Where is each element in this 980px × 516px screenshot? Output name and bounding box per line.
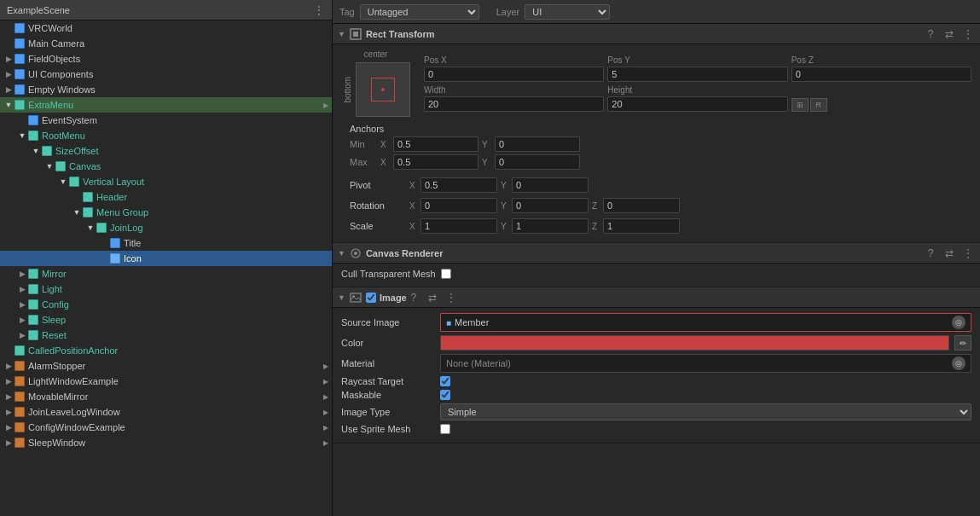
image-content: Source Image ■ Member ◎ Color ✏ Material xyxy=(333,308,980,443)
tree-item-title[interactable]: Title xyxy=(0,235,332,251)
tree-item-header[interactable]: Header xyxy=(0,189,332,205)
tree-item-event-system[interactable]: EventSystem xyxy=(0,113,332,128)
hierarchy-menu-icon[interactable]: ⋮ xyxy=(313,3,325,17)
tree-item-vertical-layout[interactable]: ▼ Vertical Layout xyxy=(0,174,332,189)
tree-item-menu-group[interactable]: ▼ Menu Group xyxy=(0,205,332,220)
tree-item-field-objects[interactable]: ▶ FieldObjects xyxy=(0,51,332,67)
pos-x-input[interactable] xyxy=(424,67,604,82)
tree-item-mirror[interactable]: ▶ Mirror xyxy=(0,266,332,281)
image-help-btn[interactable]: ? xyxy=(407,292,420,304)
anchors-min-x-input[interactable] xyxy=(393,136,478,152)
scale-x-input[interactable] xyxy=(420,218,497,234)
extra-menu-expand[interactable]: ▶ xyxy=(322,101,330,109)
tag-select[interactable]: Untagged xyxy=(360,4,479,20)
anchors-max-x-input[interactable] xyxy=(393,154,478,170)
cull-transparent-label: Cull Transparent Mesh xyxy=(341,269,436,279)
arrow-alarm-stopper: ▶ xyxy=(3,361,14,371)
anchors-section: Anchors Min X Y xyxy=(341,120,971,176)
movable-mirror-expand[interactable]: ▶ xyxy=(322,392,330,401)
anchors-min-y-input[interactable] xyxy=(495,136,580,152)
maskable-row: Maskable xyxy=(341,390,971,400)
tree-item-ui-components[interactable]: ▶ UI Components xyxy=(0,67,332,82)
tree-label-root-menu: RootMenu xyxy=(42,130,85,141)
canvas-renderer-section: ▼ Canvas Renderer ? ⇄ ⋮ Cull Transparent… xyxy=(333,243,980,287)
pivot-y-input[interactable] xyxy=(512,177,589,193)
color-pick-btn[interactable]: ✏ xyxy=(954,335,971,351)
tree-item-sleep-window[interactable]: ▶ SleepWindow ▶ xyxy=(0,435,332,450)
light-window-expand[interactable]: ▶ xyxy=(322,377,330,386)
rect-transform-header[interactable]: ▼ Rect Transform ? ⇄ ⋮ xyxy=(333,24,980,44)
image-type-select[interactable]: Simple Sliced Tiled Filled xyxy=(440,403,971,420)
tree-item-reset[interactable]: ▶ Reset xyxy=(0,328,332,343)
tree-item-root-menu[interactable]: ▼ RootMenu xyxy=(0,128,332,143)
image-fold-icon: ▼ xyxy=(338,293,345,302)
anchors-max-y-input[interactable] xyxy=(495,154,580,170)
rect-transform-settings-btn[interactable]: ⇄ xyxy=(942,28,956,40)
layer-select[interactable]: UI xyxy=(525,4,610,20)
canvas-renderer-header[interactable]: ▼ Canvas Renderer ? ⇄ ⋮ xyxy=(333,243,980,264)
image-enabled-checkbox[interactable] xyxy=(366,293,376,303)
tree-label-header: Header xyxy=(96,192,127,202)
color-field[interactable] xyxy=(440,335,949,351)
canvas-renderer-settings-btn[interactable]: ⇄ xyxy=(942,247,956,259)
rotation-y-axis: Y xyxy=(501,201,509,211)
height-input[interactable] xyxy=(607,96,787,112)
alarm-stopper-expand[interactable]: ▶ xyxy=(322,362,330,370)
cull-transparent-checkbox[interactable] xyxy=(441,269,451,279)
tree-item-vrcworld[interactable]: VRCWorld xyxy=(0,20,332,36)
rect-transform-help-btn[interactable]: ? xyxy=(924,28,937,40)
rotation-x-group: X xyxy=(409,198,497,213)
raycast-target-row: Raycast Target xyxy=(341,376,971,386)
tree-item-canvas[interactable]: ▼ Canvas xyxy=(0,159,332,174)
tree-item-join-log[interactable]: ▼ JoinLog xyxy=(0,220,332,235)
image-section-header[interactable]: ▼ Image ? ⇄ ⋮ xyxy=(333,287,980,308)
source-image-select-btn[interactable]: ◎ xyxy=(952,316,966,329)
arrow-sleep: ▶ xyxy=(17,315,27,325)
image-settings-btn[interactable]: ⇄ xyxy=(426,292,439,304)
config-window-expand[interactable]: ▶ xyxy=(322,423,330,432)
tree-item-config-window-example[interactable]: ▶ ConfigWindowExample ▶ xyxy=(0,420,332,435)
raycast-target-checkbox[interactable] xyxy=(440,376,450,386)
rect-transform-menu-btn[interactable]: ⋮ xyxy=(961,28,975,40)
anchor-visual-box[interactable] xyxy=(356,62,410,117)
tree-label-sleep: Sleep xyxy=(42,315,66,325)
rotation-x-input[interactable] xyxy=(420,198,497,213)
tree-item-light-window-example[interactable]: ▶ LightWindowExample ▶ xyxy=(0,374,332,389)
scale-y-input[interactable] xyxy=(512,218,589,234)
tree-item-join-leave-log-window[interactable]: ▶ JoinLeaveLogWindow ▶ xyxy=(0,404,332,420)
tree-item-icon[interactable]: Icon xyxy=(0,251,332,266)
resize-btn-2[interactable]: R xyxy=(810,98,827,112)
anchors-max-xy: X Y xyxy=(380,154,963,170)
tree-label-movable-mirror: MovableMirror xyxy=(28,391,88,402)
scale-z-input[interactable] xyxy=(603,218,680,234)
pos-z-input[interactable] xyxy=(792,67,971,82)
tree-item-alarm-stopper[interactable]: ▶ AlarmStopper ▶ xyxy=(0,358,332,374)
join-leave-expand[interactable]: ▶ xyxy=(322,408,330,416)
rotation-z-input[interactable] xyxy=(603,198,680,213)
maskable-checkbox[interactable] xyxy=(440,390,450,400)
tree-item-extra-menu[interactable]: ▼ ExtraMenu ▶ xyxy=(0,97,332,113)
tree-item-main-camera[interactable]: Main Camera xyxy=(0,36,332,51)
pivot-x-input[interactable] xyxy=(420,177,497,193)
canvas-renderer-menu-btn[interactable]: ⋮ xyxy=(961,247,975,259)
arrow-config: ▶ xyxy=(17,299,27,310)
tree-item-config[interactable]: ▶ Config xyxy=(0,297,332,312)
rotation-y-input[interactable] xyxy=(512,198,589,213)
width-input[interactable] xyxy=(424,96,604,112)
use-sprite-mesh-checkbox[interactable] xyxy=(440,424,450,434)
image-menu-btn[interactable]: ⋮ xyxy=(444,292,458,304)
anchors-title: Anchors xyxy=(350,124,384,134)
tree-item-movable-mirror[interactable]: ▶ MovableMirror ▶ xyxy=(0,389,332,404)
material-select-btn[interactable]: ◎ xyxy=(952,357,966,370)
tree-label-config: Config xyxy=(42,299,69,310)
tree-item-size-offset[interactable]: ▼ SizeOffset xyxy=(0,143,332,159)
tree-item-empty-windows[interactable]: ▶ Empty Windows xyxy=(0,82,332,97)
canvas-renderer-help-btn[interactable]: ? xyxy=(924,247,937,259)
pos-y-input[interactable] xyxy=(607,67,787,82)
tree-label-empty-windows: Empty Windows xyxy=(28,84,96,95)
tree-item-called-position-anchor[interactable]: CalledPositionAnchor xyxy=(0,343,332,358)
resize-btn-1[interactable]: ⊞ xyxy=(792,98,809,112)
sleep-window-expand[interactable]: ▶ xyxy=(322,438,330,447)
tree-item-light[interactable]: ▶ Light xyxy=(0,281,332,297)
tree-item-sleep[interactable]: ▶ Sleep xyxy=(0,312,332,328)
